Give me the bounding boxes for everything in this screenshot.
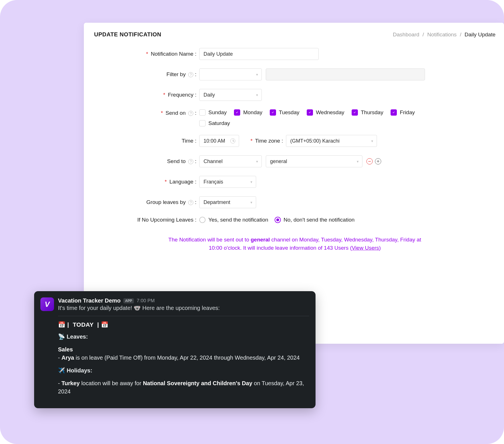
required-marker: * bbox=[250, 138, 252, 144]
row-language: * Language : Français ▾ bbox=[94, 176, 495, 188]
day-checkbox-thursday[interactable]: Thursday bbox=[352, 109, 383, 116]
day-label: Saturday bbox=[208, 120, 230, 126]
day-checkbox-monday[interactable]: Monday bbox=[234, 109, 262, 116]
check-icon bbox=[353, 111, 357, 114]
breadcrumb-dashboard[interactable]: Dashboard bbox=[393, 32, 419, 37]
row-if-no-leaves: If No Upcoming Leaves : Yes, send the no… bbox=[94, 217, 495, 223]
label-if-no-leaves: If No Upcoming Leaves : bbox=[94, 217, 199, 223]
label-frequency: * Frequency : bbox=[94, 92, 199, 98]
label-send-to: Send to ? : bbox=[94, 158, 199, 164]
help-icon[interactable]: ? bbox=[188, 72, 193, 77]
day-label: Monday bbox=[243, 109, 262, 116]
required-marker: * bbox=[163, 92, 165, 98]
chevron-down-icon: ▾ bbox=[256, 72, 258, 77]
airplane-icon: ✈️ bbox=[58, 367, 65, 374]
timezone-select[interactable]: (GMT+05:00) Karachi ▾ bbox=[286, 135, 377, 147]
radio-no-send[interactable]: No, don't send the notification bbox=[275, 217, 355, 223]
frequency-select[interactable]: Daily ▾ bbox=[199, 89, 262, 101]
chevron-down-icon: ▾ bbox=[250, 180, 252, 184]
filter-by-select[interactable]: ▾ bbox=[199, 68, 262, 80]
radio-dot bbox=[275, 217, 281, 223]
day-checkbox-saturday[interactable]: Saturday bbox=[199, 120, 230, 126]
slack-header: V Vacation Tracker Demo APP 7:00 PM It's… bbox=[40, 297, 309, 400]
help-icon[interactable]: ? bbox=[188, 159, 193, 164]
check-icon bbox=[235, 111, 239, 114]
day-label: Thursday bbox=[361, 109, 383, 116]
divider bbox=[58, 316, 309, 316]
label-group-by: Group leaves by ? : bbox=[94, 199, 199, 205]
row-filter-by: Filter by ? : ▾ bbox=[94, 68, 495, 80]
day-checkbox-friday[interactable]: Friday bbox=[391, 109, 415, 116]
day-label: Tuesday bbox=[279, 109, 299, 116]
filter-by-value-input bbox=[266, 68, 425, 80]
help-icon[interactable]: ? bbox=[188, 111, 193, 116]
slack-holidays-header: ✈️ Holidays: bbox=[58, 366, 309, 375]
breadcrumb-notifications[interactable]: Notifications bbox=[427, 32, 457, 37]
day-checkbox-sunday[interactable]: Sunday bbox=[199, 109, 227, 116]
group-by-select[interactable]: Department ▾ bbox=[199, 196, 256, 208]
slack-leave-entry: Sales - Arya is on leave (Paid Time Off)… bbox=[58, 345, 309, 362]
clock-icon bbox=[230, 138, 235, 143]
day-label: Wednesday bbox=[316, 109, 344, 116]
row-frequency: * Frequency : Daily ▾ bbox=[94, 89, 495, 101]
day-checkbox-wednesday[interactable]: Wednesday bbox=[307, 109, 344, 116]
notification-summary: The Notification will be sent out to gen… bbox=[94, 235, 495, 252]
day-checkbox-tuesday[interactable]: Tuesday bbox=[270, 109, 299, 116]
checkbox-box bbox=[352, 109, 358, 116]
checkbox-box bbox=[391, 109, 397, 116]
radio-dot bbox=[199, 217, 206, 223]
label-time: Time : bbox=[94, 138, 199, 144]
row-notification-name: * Notification Name : Daily Update bbox=[94, 48, 495, 60]
slack-holiday-entry: - Turkey location will be away for Natio… bbox=[58, 379, 309, 396]
slack-holiday-name: National Sovereignty and Children's Day bbox=[143, 380, 252, 386]
slack-today-header: 📅 | TODAY | 📅 bbox=[58, 321, 309, 328]
app-badge: APP bbox=[123, 298, 134, 303]
slack-app-name: Vacation Tracker Demo bbox=[58, 297, 121, 304]
checkbox-box bbox=[234, 109, 240, 116]
slack-preview: V Vacation Tracker Demo APP 7:00 PM It's… bbox=[34, 291, 316, 408]
slack-holiday-location: Turkey bbox=[61, 380, 80, 386]
notification-name-input[interactable]: Daily Update bbox=[199, 48, 319, 60]
check-icon bbox=[392, 111, 396, 114]
slack-timestamp: 7:00 PM bbox=[137, 298, 155, 304]
label-send-on: * Send on ? : bbox=[94, 109, 199, 116]
radio-yes-send[interactable]: Yes, send the notification bbox=[199, 217, 268, 223]
row-send-to: Send to ? : Channel ▾ general ▾ − + bbox=[94, 155, 495, 167]
satellite-icon: 📡 bbox=[58, 333, 65, 340]
send-to-type-select[interactable]: Channel ▾ bbox=[199, 155, 262, 167]
remove-destination-button[interactable]: − bbox=[366, 158, 373, 164]
calendar-icon: 📅 bbox=[58, 321, 66, 328]
required-marker: * bbox=[146, 51, 148, 57]
page-title: UPDATE NOTIFICATION bbox=[94, 31, 161, 38]
view-users-link[interactable]: View Users bbox=[352, 245, 379, 251]
check-icon bbox=[308, 111, 312, 114]
chevron-down-icon: ▾ bbox=[256, 93, 258, 97]
breadcrumb-sep: / bbox=[460, 32, 461, 37]
required-marker: * bbox=[165, 179, 167, 185]
language-select[interactable]: Français ▾ bbox=[199, 176, 256, 188]
app-logo-icon: V bbox=[40, 297, 54, 311]
breadcrumb-current: Daily Update bbox=[464, 32, 495, 37]
slack-intro: It's time for your daily update! 🐨 Here … bbox=[58, 305, 309, 311]
send-to-target-select[interactable]: general ▾ bbox=[266, 155, 362, 167]
slack-leaves-header: 📡 Leaves: bbox=[58, 333, 309, 341]
chevron-down-icon: ▾ bbox=[357, 159, 359, 164]
breadcrumb-sep: / bbox=[422, 32, 424, 37]
time-input[interactable]: 10:00 AM bbox=[199, 135, 239, 147]
panel-header: UPDATE NOTIFICATION Dashboard / Notifica… bbox=[94, 31, 495, 38]
label-language: * Language : bbox=[94, 179, 199, 185]
chevron-down-icon: ▾ bbox=[250, 200, 252, 205]
label-notification-name: * Notification Name : bbox=[94, 51, 199, 57]
breadcrumb: Dashboard / Notifications / Daily Update bbox=[393, 32, 495, 38]
help-icon[interactable]: ? bbox=[188, 200, 193, 205]
check-icon bbox=[271, 111, 275, 114]
checkbox-box bbox=[307, 109, 313, 116]
checkbox-box bbox=[199, 109, 206, 116]
label-timezone: * Time zone : bbox=[250, 138, 286, 144]
add-destination-button[interactable]: + bbox=[375, 158, 381, 164]
slack-group-name: Sales bbox=[58, 346, 73, 353]
slack-title-row: Vacation Tracker Demo APP 7:00 PM bbox=[58, 297, 309, 304]
slack-person-name: Arya bbox=[61, 355, 74, 361]
row-time: Time : 10:00 AM * Time zone : (GMT+05:00… bbox=[94, 135, 495, 147]
calendar-icon: 📅 bbox=[101, 321, 109, 328]
